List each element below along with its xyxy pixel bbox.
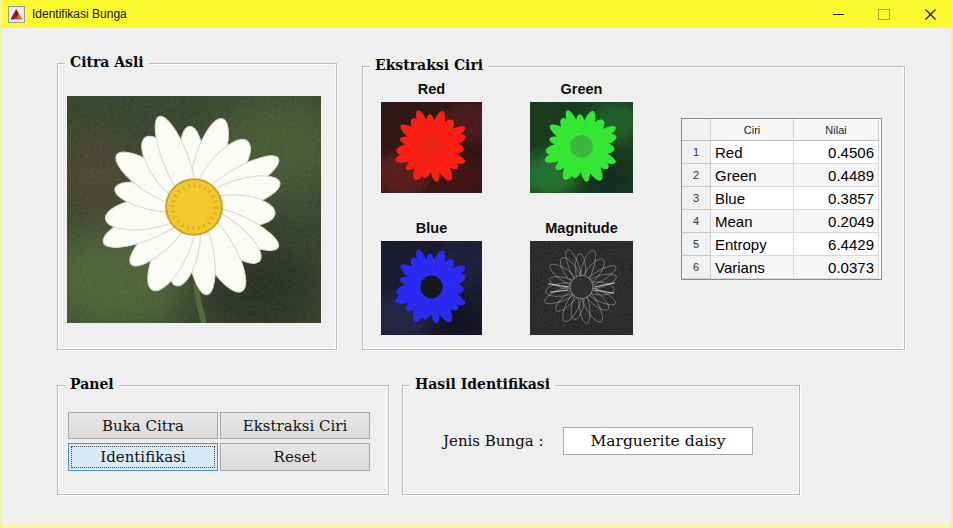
close-button[interactable] [907,0,953,28]
client-area: Citra Asli Ekstraksi Ciri Red Green Blue… [2,28,951,524]
table-cell-ciri[interactable]: Entropy [711,233,794,256]
channel-label-green: Green [530,81,633,97]
table-cell-nilai[interactable]: 0.2049 [794,210,879,233]
table-cell-ciri[interactable]: Green [711,164,794,187]
table-rownum: 4 [682,210,711,233]
table-cell-nilai[interactable]: 6.4429 [794,233,879,256]
table-rownum: 5 [682,233,711,256]
red-channel-image [381,102,482,193]
table-cell-nilai[interactable]: 0.4506 [794,141,879,164]
titlebar[interactable]: Identifikasi Bunga [0,0,953,28]
table-rownum: 2 [682,164,711,187]
table-cell-nilai[interactable]: 0.4489 [794,164,879,187]
panel-citra-asli-title: Citra Asli [65,54,149,70]
close-icon [924,8,937,21]
panel-ekstraksi-ciri-title: Ekstraksi Ciri [370,57,488,73]
channel-label-blue: Blue [381,220,482,236]
table-header-nilai: Nilai [794,119,879,141]
table-cell-ciri[interactable]: Mean [711,210,794,233]
maximize-icon [878,9,890,20]
identifikasi-button[interactable]: Identifikasi [68,443,218,471]
window-controls [815,0,953,28]
matlab-app-icon [8,6,25,23]
ekstraksi-ciri-button[interactable]: Ekstraksi Ciri [220,412,370,439]
table-rownum: 6 [682,256,711,279]
magnitude-image [530,241,633,335]
panel-hasil-identifikasi-title: Hasil Identifikasi [410,376,555,392]
channel-label-red: Red [381,81,482,97]
identification-result-field[interactable]: Marguerite daisy [563,427,753,455]
minimize-icon [833,14,844,15]
buka-citra-button[interactable]: Buka Citra [68,412,218,439]
panel-buttons-title: Panel [65,376,119,392]
table-cell-nilai[interactable]: 0.3857 [794,187,879,210]
table-header-ciri: Ciri [711,119,794,141]
maximize-button[interactable] [861,0,907,28]
table-corner-cell [682,119,711,141]
channel-label-magnitude: Magnitude [530,220,633,236]
original-image [67,96,321,323]
green-channel-image [530,102,633,193]
blue-channel-image [381,241,482,335]
feature-table: Ciri Nilai 1 Red 0.4506 2 Green 0.4489 3… [681,118,882,280]
reset-button[interactable]: Reset [220,443,370,471]
table-rownum: 3 [682,187,711,210]
jenis-bunga-label: Jenis Bunga : [443,432,544,450]
table-rownum: 1 [682,141,711,164]
window-title: Identifikasi Bunga [32,7,127,21]
table-cell-ciri[interactable]: Blue [711,187,794,210]
panel-buttons: Panel [57,385,389,495]
app-window: Identifikasi Bunga Citra Asli Ekstra [0,0,953,528]
minimize-button[interactable] [815,0,861,28]
table-cell-ciri[interactable]: Varians [711,256,794,279]
table-cell-nilai[interactable]: 0.0373 [794,256,879,279]
table-cell-ciri[interactable]: Red [711,141,794,164]
